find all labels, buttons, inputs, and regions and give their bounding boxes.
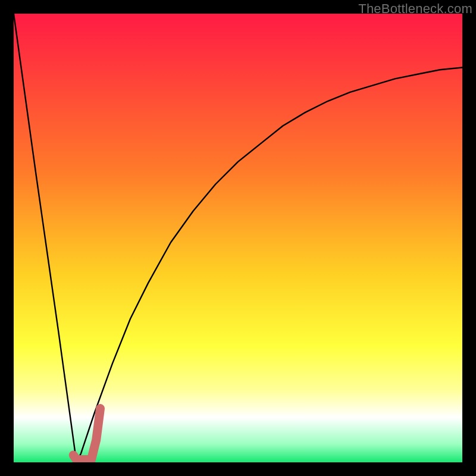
plot-area bbox=[14, 14, 462, 462]
bottleneck-curve bbox=[14, 14, 462, 462]
watermark-text: TheBottleneck.com bbox=[358, 1, 472, 17]
chart-stage: TheBottleneck.com bbox=[0, 0, 476, 476]
